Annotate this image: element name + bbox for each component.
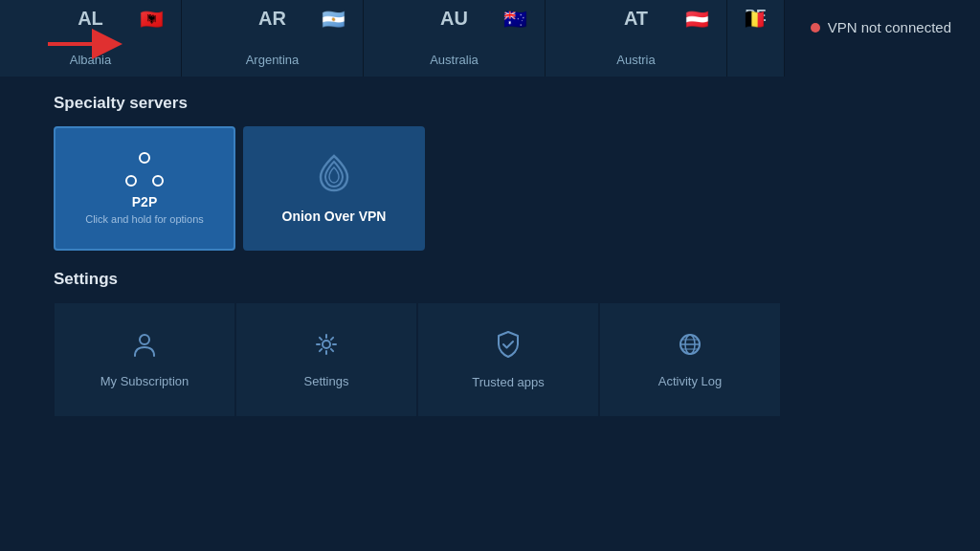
server-list-section: AL 🇦🇱 Albania AR 🇦🇷 Argentina AU 🇦🇺 Aust… — [0, 0, 980, 77]
p2p-icon — [125, 152, 164, 187]
specialty-servers-section: Specialty servers P2P Click and hold for… — [0, 77, 980, 260]
specialty-card-p2p[interactable]: P2P Click and hold for options — [54, 126, 235, 251]
server-name-argentina: Argentina — [246, 53, 300, 67]
server-name-australia: Australia — [430, 53, 479, 67]
shield-check-icon — [495, 330, 522, 365]
server-card-argentina[interactable]: AR 🇦🇷 Argentina — [182, 0, 364, 77]
flag-albania: 🇦🇱 — [140, 8, 164, 31]
settings-label: Settings — [304, 374, 349, 388]
subscription-label: My Subscription — [100, 374, 189, 388]
vpn-status-dot — [811, 23, 820, 33]
settings-cards-container: My Subscription Settings — [54, 302, 926, 417]
server-row: AL 🇦🇱 Albania AR 🇦🇷 Argentina AU 🇦🇺 Aust… — [0, 0, 980, 77]
flag-austria: 🇦🇹 — [685, 8, 709, 31]
activity-label: Activity Log — [658, 374, 722, 388]
server-count-argentina: AR — [258, 8, 286, 30]
settings-card-subscription[interactable]: My Subscription — [54, 302, 235, 417]
specialty-cards-container: P2P Click and hold for options Onion Ove… — [54, 126, 926, 251]
vpn-status: VPN not connected — [811, 19, 951, 35]
server-card-belgium[interactable]: BE 🇧🇪 — [727, 0, 785, 77]
settings-card-activity[interactable]: Activity Log — [599, 302, 781, 417]
settings-section-title: Settings — [54, 270, 926, 289]
server-card-australia[interactable]: AU 🇦🇺 Australia — [364, 0, 546, 77]
p2p-label: P2P — [132, 194, 157, 209]
settings-card-settings[interactable]: Settings — [235, 302, 417, 417]
p2p-circle-top — [139, 152, 150, 164]
person-icon — [131, 331, 158, 364]
vpn-status-text: VPN not connected — [828, 19, 951, 35]
specialty-section-title: Specialty servers — [54, 94, 926, 113]
red-arrow-indicator — [38, 25, 134, 73]
main-wrapper: AL 🇦🇱 Albania AR 🇦🇷 Argentina AU 🇦🇺 Aust… — [0, 0, 980, 551]
server-count-austria: AT — [624, 8, 648, 30]
svg-point-3 — [323, 341, 330, 348]
onion-label: Onion Over VPN — [282, 209, 387, 224]
flag-belgium: 🇧🇪 — [743, 8, 767, 31]
server-card-austria[interactable]: AT 🇦🇹 Austria — [546, 0, 727, 77]
flag-argentina: 🇦🇷 — [322, 8, 345, 31]
server-name-austria: Austria — [616, 53, 655, 67]
server-count-australia: AU — [440, 8, 468, 30]
svg-point-2 — [140, 335, 149, 344]
onion-icon — [317, 154, 351, 201]
p2p-circle-bottomleft — [125, 175, 137, 187]
p2p-circle-bottomright — [152, 175, 164, 187]
settings-section: Settings My Subscription — [0, 260, 980, 417]
flag-australia: 🇦🇺 — [503, 8, 527, 31]
settings-card-trusted[interactable]: Trusted apps — [417, 302, 599, 417]
p2p-sublabel: Click and hold for options — [85, 213, 204, 225]
trusted-label: Trusted apps — [472, 375, 544, 389]
gear-icon — [313, 331, 340, 364]
globe-icon — [677, 331, 703, 364]
specialty-card-onion[interactable]: Onion Over VPN — [243, 126, 425, 251]
